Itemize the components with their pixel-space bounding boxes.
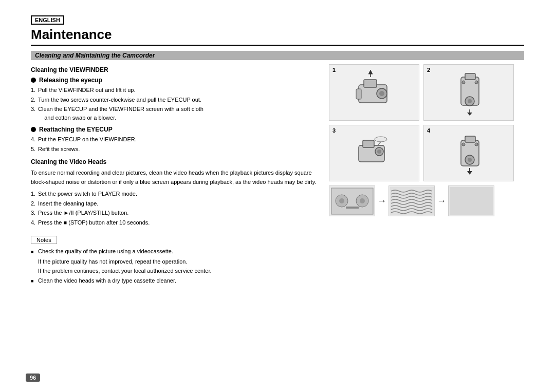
- svg-point-25: [475, 143, 478, 146]
- steps-releasing-list: 1.Pull the VIEWFINDER out and lift it up…: [31, 86, 319, 122]
- list-item: 3.Clean the EYECUP and the VIEWFINDER sc…: [31, 105, 319, 122]
- svg-point-23: [468, 158, 472, 162]
- svg-rect-34: [390, 187, 434, 215]
- svg-rect-1: [364, 80, 377, 87]
- svg-marker-13: [467, 113, 472, 116]
- image-grid-top: 1: [329, 64, 514, 181]
- svg-point-9: [468, 99, 472, 103]
- main-content: Cleaning the VIEWFINDER Releasing the ey…: [31, 64, 524, 287]
- dirty-tape-image: [329, 185, 375, 216]
- svg-rect-33: [346, 207, 359, 209]
- bullet-reattaching: Reattaching the EYECUP: [31, 126, 319, 133]
- page-title: Maintenance: [31, 27, 524, 46]
- svg-point-30: [339, 198, 344, 203]
- svg-point-19: [377, 150, 381, 154]
- noise-pattern-svg: [390, 187, 434, 215]
- text-column: Cleaning the VIEWFINDER Releasing the ey…: [31, 64, 319, 287]
- camcorder-svg-4: [446, 130, 492, 176]
- svg-point-11: [475, 81, 478, 84]
- bullet-dot-releasing: [31, 78, 36, 83]
- notes-content: Check the quality of the picture using a…: [31, 247, 319, 285]
- page-number: 96: [26, 374, 40, 382]
- note-sub-1a: If the picture quality has not improved,…: [31, 257, 319, 267]
- arrow-right-icon-2: →: [437, 196, 446, 207]
- steps-reattaching-list: 4.Put the EYECUP on the VIEWFINDER. 5.Re…: [31, 135, 319, 153]
- dirty-tape-svg: [330, 187, 374, 215]
- svg-point-24: [462, 143, 465, 146]
- list-item: 3.Press the ►/II (PLAY/STILL) button.: [31, 209, 319, 217]
- images-column: 1: [329, 64, 514, 287]
- camcorder-svg-2: [446, 69, 492, 116]
- list-item: 2.Insert the cleaning tape.: [31, 199, 319, 208]
- language-badge: ENGLISH: [31, 15, 64, 25]
- step-image-2: 2: [423, 64, 514, 121]
- svg-rect-7: [465, 73, 475, 80]
- note-sub-1b: If the problem continues, contact your l…: [31, 267, 319, 276]
- camcorder-svg-1: [351, 69, 397, 116]
- noise-pattern-image: [388, 185, 435, 216]
- svg-rect-15: [363, 140, 374, 147]
- list-item: 2.Turn the two screws counter-clockwise …: [31, 96, 319, 104]
- note-item-2: Clean the video heads with a dry type ca…: [31, 276, 319, 286]
- video-body-text: To ensure normal recording and clear pic…: [31, 169, 319, 186]
- subsection-viewfinder: Cleaning the VIEWFINDER: [31, 66, 319, 73]
- svg-marker-27: [467, 171, 472, 175]
- svg-point-3: [379, 91, 384, 96]
- bullet-dot-reattaching: [31, 127, 36, 132]
- step-image-3: 3: [329, 125, 419, 181]
- subsection-video: Cleaning the Video Heads: [31, 158, 319, 165]
- arrow-right-icon: →: [377, 196, 386, 207]
- bullet-releasing: Releasing the eyecup: [31, 77, 319, 84]
- step-image-1: 1: [329, 64, 419, 121]
- clean-image: [448, 185, 494, 216]
- section-header: Cleaning and Maintaining the Camcorder: [31, 51, 524, 60]
- list-item: 4.Press the ■ (STOP) button after 10 sec…: [31, 218, 319, 227]
- svg-rect-35: [450, 187, 493, 215]
- svg-line-17: [378, 142, 381, 145]
- svg-point-10: [462, 81, 465, 84]
- list-item: 5.Refit the screws.: [31, 145, 319, 154]
- list-item: 1.Pull the VIEWFINDER out and lift it up…: [31, 86, 319, 95]
- step-image-4: 4: [423, 125, 514, 181]
- list-item: 1.Set the power switch to PLAYER mode.: [31, 190, 319, 198]
- notes-box: Notes: [31, 236, 57, 244]
- svg-point-16: [375, 137, 387, 142]
- list-item: 4.Put the EYECUP on the VIEWFINDER.: [31, 135, 319, 144]
- steps-video-list: 1.Set the power switch to PLAYER mode. 2…: [31, 190, 319, 227]
- camcorder-svg-3: [351, 130, 397, 176]
- svg-point-32: [360, 198, 365, 203]
- cleaning-images: → →: [329, 185, 514, 216]
- svg-rect-4: [356, 89, 361, 99]
- svg-rect-21: [465, 136, 475, 142]
- note-item-1: Check the quality of the picture using a…: [31, 247, 319, 256]
- clean-svg: [450, 187, 493, 215]
- page-container: ENGLISH Maintenance Cleaning and Maintai…: [0, 0, 555, 392]
